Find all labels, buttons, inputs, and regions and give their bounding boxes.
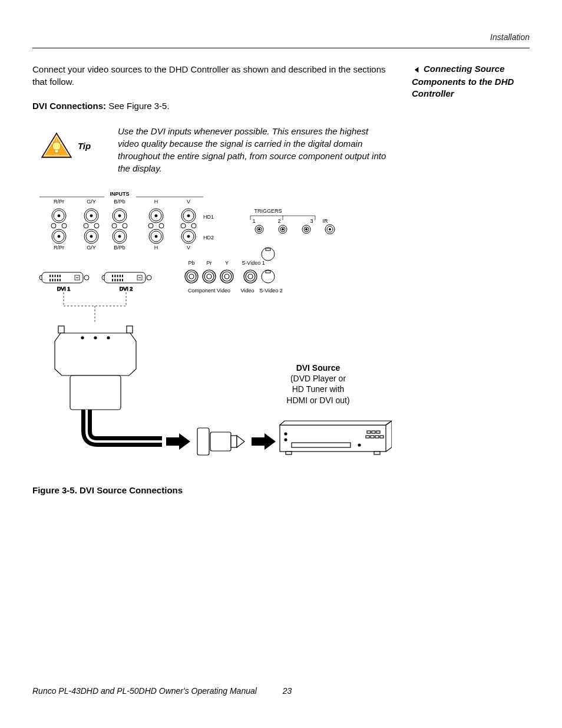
svg-point-76 bbox=[248, 274, 253, 279]
svg-rect-104 bbox=[210, 432, 231, 451]
header-section: Installation bbox=[32, 32, 530, 48]
lbl-ir: IR bbox=[323, 218, 329, 224]
tip-box: Tip Use the DVI inputs whenever possible… bbox=[32, 125, 391, 174]
svg-point-23 bbox=[62, 223, 67, 228]
lbl2-rpr: R/Pr bbox=[54, 245, 64, 251]
svg-rect-100 bbox=[70, 375, 121, 410]
footer-page: 23 bbox=[283, 686, 292, 696]
svg-rect-95 bbox=[58, 326, 64, 333]
dvi-source-l3: HDMI or DVI out) bbox=[286, 396, 349, 405]
subhead-rest: See Figure 3-5. bbox=[106, 101, 170, 111]
svg-point-25 bbox=[94, 223, 99, 228]
svg-point-86 bbox=[147, 275, 151, 280]
svg-point-67 bbox=[189, 274, 194, 279]
svg-rect-107 bbox=[252, 437, 265, 446]
intro-paragraph: Connect your video sources to the DHD Co… bbox=[32, 63, 391, 88]
tip-icon bbox=[39, 131, 74, 160]
triggers-title: TRIGGERS bbox=[254, 208, 282, 214]
svg-point-30 bbox=[181, 223, 186, 228]
lbl-y: Y bbox=[225, 260, 229, 266]
svg-point-115 bbox=[285, 433, 287, 435]
svg-marker-110 bbox=[280, 421, 392, 425]
lbl2-bpb: B/Pb bbox=[114, 245, 125, 251]
svg-point-22 bbox=[51, 223, 56, 228]
footer-manual: Runco PL-43DHD and PL-50DHD Owner's Oper… bbox=[32, 686, 257, 696]
svg-rect-1 bbox=[55, 150, 58, 153]
svg-rect-124 bbox=[380, 436, 384, 438]
svg-point-43 bbox=[155, 235, 157, 238]
svg-point-24 bbox=[84, 223, 88, 228]
svg-rect-64 bbox=[266, 248, 270, 251]
svg-rect-114 bbox=[292, 443, 351, 447]
svg-marker-108 bbox=[265, 433, 276, 450]
svg-point-34 bbox=[58, 235, 60, 238]
svg-point-98 bbox=[94, 337, 97, 339]
lbl-svid2: S-Video 2 bbox=[259, 288, 282, 294]
figure-caption: Figure 3-5. DVI Source Connections bbox=[32, 485, 391, 495]
svg-text:▮▮▮▮▮: ▮▮▮▮▮ bbox=[49, 278, 61, 282]
inputs-title-text: INPUTS bbox=[110, 191, 129, 197]
svg-point-73 bbox=[224, 274, 229, 279]
diagram: INPUTS R/Pr G/Y B/Pb H V bbox=[32, 189, 391, 472]
svg-point-117 bbox=[358, 444, 361, 446]
svg-rect-119 bbox=[372, 431, 375, 433]
svg-rect-118 bbox=[367, 431, 371, 433]
dvi-source-l2: HD Tuner with bbox=[292, 384, 345, 394]
svg-rect-126 bbox=[374, 452, 380, 454]
svg-rect-123 bbox=[375, 436, 379, 438]
svg-point-29 bbox=[159, 223, 164, 228]
inputs-title: INPUTS bbox=[110, 191, 129, 197]
svg-point-46 bbox=[187, 235, 190, 238]
lbl-h: H bbox=[154, 199, 158, 205]
footer: Runco PL-43DHD and PL-50DHD Owner's Oper… bbox=[32, 686, 292, 696]
dvi-source-l1: (DVD Player or bbox=[290, 374, 346, 383]
tip-icon-wrap: Tip bbox=[32, 125, 97, 160]
svg-rect-105 bbox=[231, 436, 237, 447]
lbl-compvid: Component Video bbox=[188, 288, 230, 294]
side-column: ◄ Connecting Source Components to the DH… bbox=[412, 63, 530, 495]
lbl-pb: Pb bbox=[188, 260, 194, 266]
svg-point-70 bbox=[207, 274, 211, 279]
svg-point-27 bbox=[123, 223, 127, 228]
lbl-bpb: B/Pb bbox=[114, 199, 125, 205]
svg-point-12 bbox=[90, 215, 92, 217]
svg-point-62 bbox=[329, 229, 331, 230]
svg-rect-120 bbox=[376, 431, 380, 433]
svg-point-53 bbox=[259, 229, 260, 230]
subhead-bold: DVI Connections: bbox=[32, 101, 106, 111]
svg-point-80 bbox=[84, 275, 89, 280]
svg-point-21 bbox=[187, 215, 190, 217]
svg-rect-78 bbox=[266, 271, 270, 273]
svg-point-116 bbox=[285, 439, 287, 441]
lbl-hd2: HD2 bbox=[203, 235, 214, 241]
svg-rect-125 bbox=[286, 452, 292, 454]
lbl2-h: H bbox=[154, 245, 158, 251]
svg-rect-121 bbox=[366, 436, 369, 438]
svg-point-37 bbox=[90, 235, 92, 238]
svg-point-56 bbox=[282, 229, 284, 230]
header-rule bbox=[32, 48, 530, 48]
trig-2: 2 bbox=[277, 218, 280, 224]
dvi-connections-subhead: DVI Connections: See Figure 3-5. bbox=[32, 100, 391, 112]
svg-point-26 bbox=[112, 223, 117, 228]
svg-marker-106 bbox=[237, 436, 244, 447]
tip-label: Tip bbox=[78, 141, 91, 151]
content-row: Connect your video sources to the DHD Co… bbox=[32, 63, 530, 495]
side-heading-text: Connecting Source Components to the DHD … bbox=[412, 64, 514, 98]
svg-point-59 bbox=[306, 229, 308, 230]
lbl-v: V bbox=[187, 199, 190, 205]
svg-rect-96 bbox=[127, 326, 133, 333]
svg-rect-101 bbox=[166, 437, 179, 446]
svg-point-18 bbox=[155, 215, 157, 217]
lbl-dvi1: DVI 1 bbox=[57, 286, 71, 292]
svg-rect-122 bbox=[371, 436, 374, 438]
trig-3: 3 bbox=[310, 218, 313, 224]
trig-1: 1 bbox=[252, 218, 255, 224]
svg-point-31 bbox=[191, 223, 196, 228]
lbl-dvi2: DVI 2 bbox=[120, 286, 133, 292]
lbl-pr: Pr bbox=[207, 260, 212, 266]
svg-point-15 bbox=[118, 215, 121, 217]
svg-line-113 bbox=[386, 447, 392, 452]
lbl-gy: G/Y bbox=[87, 199, 96, 205]
svg-rect-103 bbox=[197, 428, 209, 455]
